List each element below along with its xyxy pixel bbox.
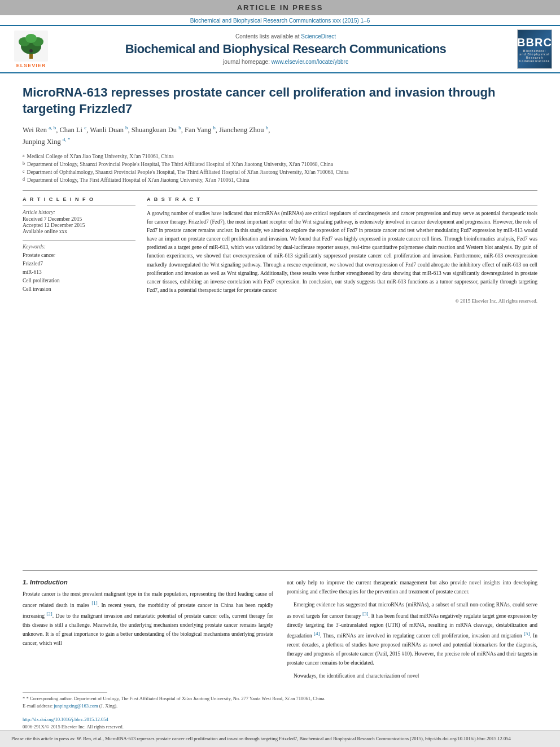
article-title-text: MicroRNA-613 represses prostate cancer c… [23,85,495,116]
journal-title-block: Contents lists available at ScienceDirec… [62,33,509,65]
email-line: E-mail address: junpingxing@163.com (J. … [23,702,537,710]
affiliations: a Medical College of Xi'an Jiao Tong Uni… [23,152,537,185]
abstract-column: A B S T R A C T A growing number of stud… [147,196,537,304]
main-content: MicroRNA-613 represses prostate cancer c… [0,73,560,560]
article-in-press-banner: ARTICLE IN PRESS [0,0,560,15]
bottom-bar-text: Please cite this article in press as: W.… [11,736,511,741]
svg-point-6 [29,49,33,53]
keyword-5: Cell invasion [23,285,135,294]
available-online: Available online xxx [23,229,135,234]
journal-header: ELSEVIER Contents lists available at Sci… [0,25,560,73]
email-label: E-mail address: [23,703,53,709]
authors-line: Wei Ren a, b, Chan Li c, Wanli Duan b, S… [23,124,537,147]
section-number: 1. [23,579,28,586]
affiliation-c: Department of Ophthalmology, Shaanxi Pro… [27,168,349,176]
journal-title: Biochemical and Biophysical Research Com… [62,42,509,56]
received-date: Received 7 December 2015 [23,216,135,222]
body-right-column: not only help to improve the current the… [287,579,537,681]
body-left-column: 1. Introduction Prostate cancer is the m… [23,579,273,681]
cite-4: [4] [314,631,320,636]
intro-section-title: 1. Introduction [23,579,273,586]
body-content: 1. Introduction Prostate cancer is the m… [0,560,560,687]
homepage-label: journal homepage: [223,59,270,65]
body-divider [23,570,537,571]
journal-ref-text: Biochemical and Biophysical Research Com… [190,18,370,24]
abstract-divider [147,206,537,206]
keywords-divider [23,240,135,241]
sciencedirect-label: Contents lists available at [235,33,299,40]
svg-point-5 [25,34,37,43]
keyword-3: miR-613 [23,268,135,277]
history-label: Article history: [23,209,135,215]
body-two-col: 1. Introduction Prostate cancer is the m… [23,579,537,681]
bbrc-text: BBRC [517,36,552,49]
corresponding-note-text: * Corresponding author. Department of Ur… [26,696,325,701]
intro-paragraph-2: not only help to improve the current the… [287,579,537,596]
cite-5: [5] [524,631,530,636]
article-info-heading: A R T I C L E I N F O [23,196,135,202]
cite-2: [2] [46,611,53,617]
homepage-link[interactable]: www.elsevier.com/locate/ybbrc [272,59,348,65]
elsevier-tree-icon [14,30,48,62]
affiliation-b: Department of Urology, Shaanxi Provincia… [27,160,333,168]
section-title-text: Introduction [30,579,68,586]
elsevier-logo: ELSEVIER [6,30,56,68]
keyword-4: Cell proliferation [23,277,135,285]
abstract-text: A growing number of studies have indicat… [147,209,537,295]
corresponding-note: * * Corresponding author. Department of … [23,695,537,702]
footnote-divider [23,692,107,693]
sciencedirect-link[interactable]: ScienceDirect [301,33,336,40]
keywords-section: Keywords: Prostate cancer Frizzled7 miR-… [23,240,135,294]
intro-paragraph-3: Emerging evidence has suggested that mic… [287,601,537,667]
issn-line: 0006-291X/© 2015 Elsevier Inc. All right… [23,723,537,731]
cite-1: [1] [91,600,98,606]
article-title: MicroRNA-613 represses prostate cancer c… [23,85,537,117]
page: ARTICLE IN PRESS Biochemical and Biophys… [0,0,560,747]
email-link[interactable]: junpingxing@163.com [54,703,98,709]
journal-ref: Biochemical and Biophysical Research Com… [0,15,560,25]
journal-homepage-line: journal homepage: www.elsevier.com/locat… [62,59,509,65]
accepted-date: Accepted 12 December 2015 [23,222,135,228]
bottom-citation-bar: Please cite this article in press as: W.… [0,730,560,747]
footnote-area: * * Corresponding author. Department of … [0,692,560,730]
intro-paragraph-4: Nowadays, the identification and charact… [287,672,537,681]
doi-link[interactable]: http://dx.doi.org/10.1016/j.bbrc.2015.12… [23,717,108,722]
bbrc-logo: BBRC Biochemicaland BiophysicalResearchC… [515,29,554,69]
bbrc-subtitle: Biochemicaland BiophysicalResearchCommun… [519,49,550,63]
cite-3: [3] [362,611,369,617]
elsevier-label: ELSEVIER [16,63,46,68]
article-info-column: A R T I C L E I N F O Article history: R… [23,196,135,304]
keyword-2: Frizzled7 [23,260,135,268]
affiliation-a: Medical College of Xi'an Jiao Tong Unive… [27,152,174,160]
article-info-divider [23,206,135,206]
email-person: (J. Xing). [99,703,117,709]
banner-label: ARTICLE IN PRESS [237,3,323,12]
keywords-label: Keywords: [23,244,135,250]
intro-paragraph-1: Prostate cancer is the most prevalent ma… [23,590,273,648]
header-divider [23,190,537,191]
affiliation-d: Department of Urology, The First Affilia… [27,176,249,184]
abstract-heading: A B S T R A C T [147,196,537,202]
bbrc-box: BBRC Biochemicaland BiophysicalResearchC… [517,29,552,69]
copyright-line: © 2015 Elsevier Inc. All rights reserved… [147,298,537,304]
sciencedirect-line: Contents lists available at ScienceDirec… [62,33,509,40]
keyword-1: Prostate cancer [23,251,135,260]
info-abstract-section: A R T I C L E I N F O Article history: R… [23,196,537,304]
